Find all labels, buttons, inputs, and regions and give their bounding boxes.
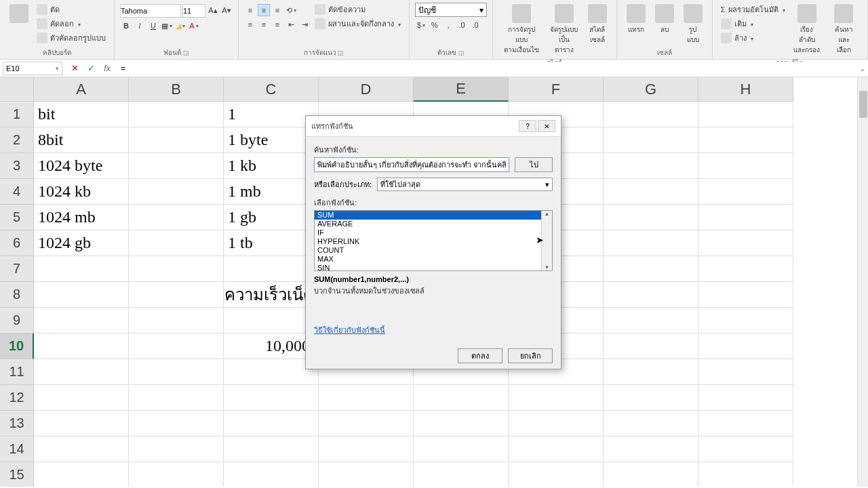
insert-cells-button[interactable]: แทรก: [623, 3, 650, 46]
function-list-item[interactable]: AVERAGE: [315, 220, 541, 228]
autosum-button[interactable]: Σ ผลรวมอัตโนมัติ: [718, 3, 788, 16]
decrease-indent-button[interactable]: ⇤: [285, 18, 297, 30]
formula-cancel-button[interactable]: ✕: [68, 62, 81, 75]
align-middle-button[interactable]: ≡: [258, 4, 270, 16]
column-header[interactable]: G: [604, 77, 698, 102]
cell[interactable]: [34, 256, 129, 282]
column-header[interactable]: H: [698, 77, 793, 102]
fill-color-button[interactable]: ◢: [174, 20, 186, 32]
search-go-button[interactable]: ไป: [515, 157, 553, 172]
cell[interactable]: [129, 282, 224, 308]
cell[interactable]: 8bit: [34, 127, 129, 153]
decrease-font-button[interactable]: A▾: [220, 4, 233, 16]
cell[interactable]: [698, 436, 793, 462]
formula-accept-button[interactable]: ✓: [84, 62, 98, 75]
row-header[interactable]: 10: [0, 333, 34, 359]
cell[interactable]: [224, 308, 319, 333]
align-top-button[interactable]: ≡: [244, 4, 256, 16]
row-header[interactable]: 2: [0, 127, 34, 153]
cell[interactable]: [414, 411, 509, 436]
insert-function-button[interactable]: fx: [100, 62, 114, 75]
cell[interactable]: [319, 436, 414, 462]
cell[interactable]: [698, 205, 793, 230]
column-header[interactable]: E: [414, 77, 509, 102]
cell[interactable]: [34, 436, 129, 462]
cell[interactable]: [604, 230, 698, 256]
cell[interactable]: [129, 153, 224, 179]
sort-filter-button[interactable]: เรียงลำดับ และกรอง: [789, 3, 825, 56]
font-size-select[interactable]: [182, 4, 205, 18]
cell[interactable]: 1024 mb: [34, 205, 129, 230]
cell[interactable]: [129, 436, 224, 462]
cell[interactable]: [129, 308, 224, 333]
cell[interactable]: [509, 385, 604, 411]
font-launcher-icon[interactable]: ◲: [183, 49, 189, 56]
cell[interactable]: 1 mb: [224, 179, 319, 205]
column-header[interactable]: A: [34, 77, 129, 102]
cell[interactable]: [604, 359, 698, 385]
row-header[interactable]: 4: [0, 179, 34, 205]
cell[interactable]: [34, 282, 129, 308]
cell[interactable]: [509, 436, 604, 462]
cell[interactable]: [698, 333, 793, 359]
cell[interactable]: [129, 256, 224, 282]
align-launcher-icon[interactable]: ◲: [338, 49, 344, 56]
formula-input[interactable]: [117, 62, 857, 75]
cell[interactable]: [698, 385, 793, 411]
align-right-button[interactable]: ≡: [271, 18, 283, 30]
cell[interactable]: [604, 127, 698, 153]
category-select[interactable]: ที่ใช้ไปล่าสุด▾: [377, 178, 553, 191]
paste-button[interactable]: [5, 3, 33, 45]
cell[interactable]: 1 byte: [224, 127, 319, 153]
format-painter-button[interactable]: ตัวคัดลอกรูปแบบ: [34, 31, 108, 45]
increase-decimal-button[interactable]: .0: [456, 19, 468, 31]
function-list-item[interactable]: HYPERLINK: [315, 237, 541, 246]
cell[interactable]: [698, 153, 793, 179]
cell[interactable]: [414, 436, 509, 462]
cell[interactable]: [698, 411, 793, 436]
function-list-item[interactable]: SUM: [315, 211, 541, 220]
number-format-select[interactable]: ปัญชี▾: [415, 3, 487, 17]
row-header[interactable]: 9: [0, 308, 34, 333]
function-list-item[interactable]: IF: [315, 228, 541, 237]
percent-button[interactable]: %: [429, 19, 441, 31]
merge-center-button[interactable]: ผสานและจัดกึ่งกลาง: [312, 17, 403, 30]
cell[interactable]: [604, 462, 698, 487]
number-launcher-icon[interactable]: ◲: [458, 49, 465, 56]
cell[interactable]: [698, 308, 793, 333]
increase-indent-button[interactable]: ⇥: [298, 18, 311, 30]
cell[interactable]: [604, 256, 698, 282]
row-header[interactable]: 13: [0, 411, 34, 436]
function-list-item[interactable]: COUNT: [315, 246, 541, 255]
column-header[interactable]: B: [129, 77, 224, 102]
row-header[interactable]: 1: [0, 102, 34, 127]
cell[interactable]: [224, 359, 319, 385]
function-search-input[interactable]: [314, 157, 509, 172]
select-all-corner[interactable]: [0, 77, 34, 102]
row-header[interactable]: 6: [0, 230, 34, 256]
cell[interactable]: 1 tb: [224, 230, 319, 256]
cell[interactable]: [129, 359, 224, 385]
cell[interactable]: 1024 byte: [34, 153, 129, 179]
cell[interactable]: [604, 102, 698, 127]
cell[interactable]: 10,000,: [224, 333, 319, 359]
row-header[interactable]: 11: [0, 359, 34, 385]
function-list-item[interactable]: MAX: [315, 255, 541, 264]
cell[interactable]: [34, 385, 129, 411]
cell[interactable]: [224, 436, 319, 462]
row-header[interactable]: 3: [0, 153, 34, 179]
function-list-item[interactable]: SIN: [315, 264, 541, 270]
cell[interactable]: [604, 308, 698, 333]
cell[interactable]: [604, 179, 698, 205]
cell[interactable]: 1024 kb: [34, 179, 129, 205]
cell[interactable]: bit: [34, 102, 129, 127]
cell[interactable]: [129, 230, 224, 256]
cell[interactable]: [604, 436, 698, 462]
cell[interactable]: [129, 179, 224, 205]
align-left-button[interactable]: ≡: [244, 18, 256, 30]
cell[interactable]: [34, 333, 129, 359]
formula-expand-button[interactable]: ⌄: [857, 64, 868, 73]
bold-button[interactable]: B: [120, 20, 132, 32]
function-help-link[interactable]: วิธีใช้เกี่ยวกับฟังก์ชันนี้: [314, 324, 385, 336]
conditional-format-button[interactable]: การจัดรูปแบบ ตามเงื่อนไข: [498, 3, 545, 56]
